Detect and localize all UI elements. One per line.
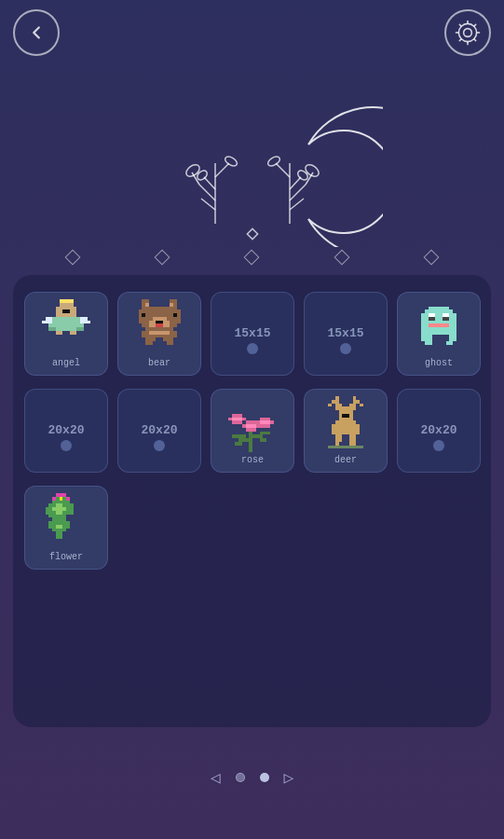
lock-dot-5 — [433, 440, 444, 451]
settings-icon — [455, 20, 481, 46]
puzzle-item-locked5[interactable]: 20x20 — [397, 389, 481, 473]
locked4-label: 20x20 — [141, 423, 177, 438]
svg-line-22 — [290, 177, 301, 189]
ghost-label: ghost — [425, 358, 453, 368]
page-dot-1[interactable] — [236, 773, 245, 782]
ghost-pixel-art — [411, 299, 467, 355]
bear-pixel-art — [131, 299, 187, 355]
svg-line-14 — [215, 163, 229, 177]
diamond-4 — [334, 250, 349, 266]
puzzle-item-deer[interactable]: deer — [304, 389, 388, 473]
locked5-label: 20x20 — [420, 423, 456, 438]
pagination: ◁ ▷ — [0, 767, 504, 788]
lock-dot-2 — [340, 343, 351, 354]
locked1-label: 15x15 — [234, 326, 270, 341]
prev-page-button[interactable]: ◁ — [211, 767, 221, 788]
back-button[interactable] — [13, 9, 60, 56]
flower-pixel-art — [38, 493, 94, 549]
next-page-button[interactable]: ▷ — [284, 767, 294, 788]
deer-label: deer — [334, 455, 357, 465]
bear-label: bear — [148, 358, 170, 368]
puzzle-item-flower[interactable]: flower — [24, 486, 108, 570]
lock-dot-3 — [61, 440, 72, 451]
puzzle-item-locked4[interactable]: 20x20 — [117, 389, 201, 473]
back-icon — [26, 22, 47, 43]
lock-dot-1 — [247, 343, 258, 354]
svg-line-7 — [474, 39, 477, 42]
svg-line-9 — [459, 39, 462, 42]
deer-pixel-art — [318, 396, 374, 452]
top-bar — [0, 0, 504, 65]
puzzle-item-rose[interactable]: rose — [211, 389, 294, 473]
locked3-label: 20x20 — [48, 423, 84, 438]
rose-pixel-art — [225, 396, 280, 452]
rose-label: rose — [241, 455, 264, 465]
diamond-1 — [65, 250, 81, 266]
grid-row-2: 20x20 20x20 rose deer 20x20 — [24, 389, 480, 473]
puzzle-item-bear[interactable]: bear — [117, 292, 201, 376]
diamond-2 — [155, 250, 170, 266]
puzzle-item-locked3[interactable]: 20x20 — [24, 389, 108, 473]
svg-line-23 — [276, 163, 290, 177]
settings-button[interactable] — [444, 9, 491, 56]
svg-point-25 — [303, 162, 320, 178]
angel-pixel-art — [38, 299, 94, 355]
lock-dot-4 — [154, 440, 165, 451]
diamonds-row — [0, 252, 504, 263]
moon-decoration — [122, 51, 383, 247]
svg-line-24 — [290, 199, 304, 210]
angel-label: angel — [52, 358, 80, 368]
diamond-5 — [423, 250, 439, 266]
puzzle-item-locked2[interactable]: 15x15 — [304, 292, 388, 376]
svg-line-13 — [204, 177, 215, 189]
page-dot-2[interactable] — [260, 773, 269, 782]
svg-line-6 — [459, 24, 462, 27]
puzzle-grid-card: angel bear 15x15 15x15 ghost 20x20 — [13, 275, 491, 727]
flower-label: flower — [49, 552, 83, 562]
puzzle-item-ghost[interactable]: ghost — [397, 292, 481, 376]
svg-point-16 — [184, 162, 201, 178]
puzzle-item-angel[interactable]: angel — [24, 292, 108, 376]
locked2-label: 15x15 — [327, 326, 363, 341]
svg-rect-28 — [247, 228, 257, 239]
grid-row-1: angel bear 15x15 15x15 ghost — [24, 292, 480, 376]
moon-svg — [122, 51, 383, 247]
grid-row-3: flower — [24, 486, 480, 570]
svg-point-1 — [464, 29, 472, 37]
puzzle-item-locked1[interactable]: 15x15 — [211, 292, 294, 376]
svg-line-15 — [201, 199, 215, 210]
svg-line-8 — [474, 24, 477, 27]
diamond-3 — [244, 250, 260, 266]
